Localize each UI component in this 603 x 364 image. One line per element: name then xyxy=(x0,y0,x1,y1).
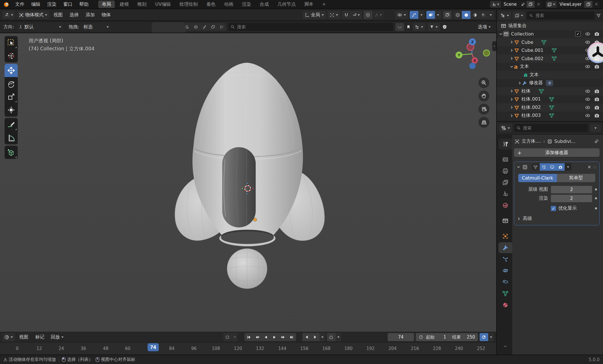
expand-chevron-icon[interactable] xyxy=(509,65,514,68)
outliner-row-cylinder-003[interactable]: 柱体.003 xyxy=(497,112,603,120)
keying-set-icon[interactable] xyxy=(480,333,488,341)
properties-editor-type-button[interactable] xyxy=(499,124,512,132)
proportional-edit-toggle-icon[interactable] xyxy=(364,11,372,19)
tab-modifiers[interactable] xyxy=(498,242,512,253)
tab-constraints[interactable] xyxy=(498,277,512,288)
mesh-data-icon[interactable] xyxy=(549,105,554,110)
levels-render-field[interactable]: 2 xyxy=(551,195,592,202)
autokey-dropdown[interactable] xyxy=(232,333,238,341)
outliner-row-scene-collection[interactable]: 场景集合 xyxy=(497,22,603,30)
start-frame-field[interactable]: 起始 1 xyxy=(426,335,446,340)
tab-scene[interactable] xyxy=(498,188,512,199)
timeline-editor-type-button[interactable] xyxy=(2,333,15,341)
render-camera-icon[interactable] xyxy=(592,64,601,69)
workspace-tab-shading[interactable]: 着色 xyxy=(203,1,219,8)
scene-name[interactable]: Scene xyxy=(501,2,520,7)
collapse-chevron-icon[interactable] xyxy=(509,98,514,101)
workspace-tab-layout[interactable]: 布局 xyxy=(98,1,115,8)
workspace-tab-scripting[interactable]: 脚本 xyxy=(301,1,317,8)
tab-particles[interactable] xyxy=(498,254,512,265)
render-camera-icon[interactable] xyxy=(592,31,601,37)
outliner-row-cylinder-001[interactable]: 柱体.001 xyxy=(497,95,603,104)
blender-logo-icon[interactable] xyxy=(3,1,10,8)
proportional-falloff-dropdown[interactable] xyxy=(372,11,384,19)
play-button[interactable] xyxy=(270,333,279,341)
toggle-edit-mode-icon[interactable] xyxy=(540,163,548,171)
tool-move[interactable] xyxy=(5,64,18,77)
drag-value-dropdown[interactable]: 框选 xyxy=(82,23,111,31)
next-keyframe-button[interactable] xyxy=(279,333,287,341)
visibility-dropdown[interactable] xyxy=(395,11,408,19)
shading-rendered-icon[interactable] xyxy=(479,11,488,19)
tab-physics[interactable] xyxy=(498,265,512,276)
filter-globe-icon[interactable] xyxy=(192,23,200,31)
current-frame-field[interactable]: 74 xyxy=(388,333,414,341)
mode-dropdown[interactable]: 物体模式 xyxy=(17,11,49,19)
keying-dropdown[interactable] xyxy=(488,333,494,341)
tabs-overflow-chevron-icon[interactable] xyxy=(498,341,512,352)
jump-start-button[interactable] xyxy=(245,333,253,341)
collection-checkbox[interactable]: ✓ xyxy=(575,31,581,37)
editor-type-button[interactable] xyxy=(2,11,15,19)
snap-toggle-magnet-icon[interactable] xyxy=(342,11,350,19)
hide-eye-icon[interactable] xyxy=(583,105,592,110)
collection-filter-dropdown[interactable] xyxy=(413,23,425,31)
outliner-row-text-data[interactable]: a 文本 xyxy=(497,71,603,79)
gizmos-dropdown[interactable] xyxy=(418,11,425,19)
properties-options-dropdown[interactable] xyxy=(590,124,601,132)
render-camera-icon[interactable] xyxy=(592,113,601,118)
outliner-row-modifiers[interactable]: 修改器 xyxy=(497,79,603,87)
modifier-extras-dropdown[interactable] xyxy=(565,163,572,171)
viewport-menu-object[interactable]: 物体 xyxy=(99,12,113,18)
workspace-tab-add[interactable]: + xyxy=(318,1,330,8)
simple-option[interactable]: 简单型 xyxy=(557,174,596,182)
tab-tool[interactable] xyxy=(498,139,512,149)
tool-select-box[interactable] xyxy=(5,36,18,49)
delete-scene-icon[interactable]: ✕ xyxy=(535,2,542,7)
xray-toggle-icon[interactable] xyxy=(443,11,452,19)
toggle-realtime-icon[interactable] xyxy=(548,163,556,171)
catmull-clark-option[interactable]: Catmull-Clark xyxy=(518,174,557,182)
ortho-grid-button[interactable] xyxy=(478,117,489,128)
frame-step-dropdown[interactable] xyxy=(320,333,325,341)
hide-eye-icon[interactable] xyxy=(583,97,592,102)
tab-output[interactable] xyxy=(498,166,512,176)
viewlayer-browse-button[interactable] xyxy=(546,1,557,8)
autokey-toggle-icon[interactable] xyxy=(223,333,232,341)
breadcrumb-modifier-name[interactable]: Subdivi... xyxy=(554,139,576,144)
pin-icon[interactable] xyxy=(519,2,527,7)
workspace-tab-uv[interactable]: UV编辑 xyxy=(151,1,175,8)
collapse-chevron-icon[interactable] xyxy=(509,106,514,109)
collapse-chevron-icon[interactable] xyxy=(517,81,522,85)
viewport-3d[interactable]: 用户透视 (局部) (74) Collection | 立方体.004 xyxy=(0,33,496,332)
transform-orientation-dropdown[interactable]: 全局 xyxy=(303,11,326,19)
snap-settings-dropdown[interactable] xyxy=(350,11,362,19)
viewport-menu-view[interactable]: 视图 xyxy=(51,12,65,18)
subdivision-modifier-badge[interactable] xyxy=(546,80,553,86)
tab-view-layer[interactable] xyxy=(498,177,512,188)
modifier-drag-handle-icon[interactable]: ::: ::: xyxy=(593,166,597,168)
outliner-search-field[interactable] xyxy=(527,11,594,19)
breadcrumb-object-name[interactable]: 立方体.... xyxy=(522,138,541,144)
outliner-search-input[interactable] xyxy=(535,13,592,18)
expand-chevron-icon[interactable] xyxy=(498,32,503,36)
bookmark-icon[interactable] xyxy=(406,24,411,29)
workspace-tab-texture-paint[interactable]: 纹理绘制 xyxy=(176,1,202,8)
outliner-funnel-icon[interactable] xyxy=(596,13,601,18)
tool-rotate[interactable] xyxy=(5,77,18,90)
tab-world[interactable] xyxy=(498,200,512,211)
shield-icon[interactable] xyxy=(442,24,447,29)
toggle-show-cage-icon[interactable] xyxy=(531,163,540,171)
viewport-menu-select[interactable]: 选择 xyxy=(67,12,81,18)
sidebar-toggle-tab[interactable]: ‹ xyxy=(492,41,496,51)
playhead[interactable]: 74 xyxy=(148,343,159,351)
tab-object[interactable] xyxy=(498,231,512,242)
collapse-chevron-icon[interactable] xyxy=(509,49,514,52)
shading-dropdown[interactable] xyxy=(488,11,494,19)
tool-add-cube[interactable] xyxy=(5,146,18,159)
collapse-chevron-icon[interactable] xyxy=(509,89,514,93)
collapse-chevron-icon[interactable] xyxy=(509,114,514,117)
hide-eye-icon[interactable] xyxy=(583,64,592,69)
collapse-chevron-icon[interactable] xyxy=(509,40,514,44)
timeline-menu-view[interactable]: 视图 xyxy=(17,334,31,340)
